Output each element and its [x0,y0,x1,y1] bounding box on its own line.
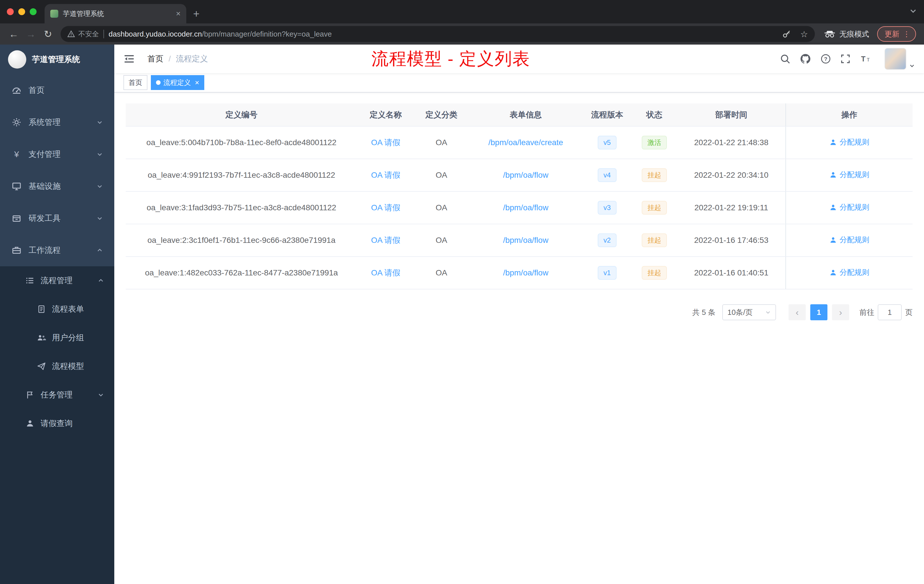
assign-rule-button[interactable]: 分配规则 [830,202,870,212]
next-page-button[interactable]: › [832,304,849,320]
sidebar-item-system-management[interactable]: 系统管理 [0,106,114,138]
bookmark-star-icon[interactable]: ☆ [800,29,808,39]
fullscreen-icon[interactable] [841,54,850,64]
definition-name-link[interactable]: OA 请假 [371,171,401,180]
font-size-icon[interactable]: TT [860,54,871,64]
hamburger-icon[interactable] [124,53,135,64]
dev-tools-icon [12,213,22,223]
form-info-link[interactable]: /bpm/oa/flow [503,171,549,180]
search-icon[interactable] [780,54,790,64]
definition-id: oa_leave:1:482ec033-762a-11ec-8477-a2380… [126,257,357,289]
page-title-annotation: 流程模型 - 定义列表 [371,48,530,71]
tag-home[interactable]: 首页 [124,75,147,90]
maximize-window-button[interactable] [30,8,36,15]
app-frame: 芋道管理系统 首页 系统管理 ¥ 支付管理 [0,45,924,584]
sidebar-item-task-management[interactable]: 任务管理 [0,381,114,409]
sidebar-item-leave-query[interactable]: 请假查询 [0,409,114,438]
yen-icon: ¥ [12,149,22,159]
minimize-window-button[interactable] [18,8,25,15]
tab-search-chevron-icon[interactable] [909,7,917,15]
tab-favicon [50,10,58,18]
assign-rule-button[interactable]: 分配规则 [830,170,870,180]
breadcrumb-home-link[interactable]: 首页 [147,53,163,64]
definition-category: OA [414,159,469,191]
table-header-row: 定义编号 定义名称 定义分类 表单信息 流程版本 状态 部署时间 操作 [126,104,912,126]
sidebar-top-section: 芋道管理系统 首页 系统管理 ¥ 支付管理 [0,45,114,266]
column-header: 表单信息 [469,104,583,126]
sidebar-item-process-management[interactable]: 流程管理 [0,266,114,295]
sidebar-item-home[interactable]: 首页 [0,74,114,106]
not-secure-badge[interactable]: 不安全 [68,30,99,39]
page-number-button[interactable]: 1 [810,304,827,320]
browser-tab[interactable]: 芋道管理系统 × [45,4,186,23]
version-badge: v4 [598,168,616,182]
form-info-link[interactable]: /bpm/oa/flow [503,203,549,212]
tag-close-icon[interactable]: × [194,79,199,86]
chevron-up-icon [98,277,104,284]
definition-name-link[interactable]: OA 请假 [371,203,401,212]
column-header: 定义分类 [414,104,469,126]
sidebar-item-process-models[interactable]: 流程模型 [0,352,114,381]
definition-category: OA [414,126,469,159]
column-header: 操作 [786,104,912,126]
browser-menu-dots-icon[interactable]: ⋮ [903,30,910,39]
chevron-up-icon [97,247,103,253]
prev-page-button[interactable]: ‹ [789,304,806,320]
gear-icon [12,117,22,127]
sidebar-item-infrastructure[interactable]: 基础设施 [0,170,114,202]
person-icon [830,171,837,178]
user-avatar-menu[interactable] [884,48,915,70]
tag-process-definition[interactable]: 流程定义 × [151,75,204,90]
definition-id: oa_leave:5:004b710b-7b8a-11ec-8ef0-acde4… [126,126,357,159]
sidebar-item-user-groups[interactable]: 用户分组 [0,323,114,352]
sidebar-item-payment-management[interactable]: ¥ 支付管理 [0,138,114,170]
page-content: 定义编号 定义名称 定义分类 表单信息 流程版本 状态 部署时间 操作 oa_l [114,92,924,584]
column-header: 部署时间 [677,104,786,126]
avatar[interactable] [884,48,906,70]
navbar-actions: ? TT [780,48,915,70]
definition-name-link[interactable]: OA 请假 [371,268,401,277]
deploy-time: 2022-01-16 01:40:51 [677,257,786,289]
form-info-link[interactable]: /bpm/oa/flow [503,236,549,244]
caret-down-icon [909,63,915,70]
app-logo-row[interactable]: 芋道管理系统 [0,45,114,74]
column-header: 定义编号 [126,104,357,126]
assign-rule-button[interactable]: 分配规则 [830,267,870,277]
definition-name-link[interactable]: OA 请假 [371,138,401,147]
form-info-link[interactable]: /bpm/oa/leave/create [488,138,563,147]
person-icon [830,236,837,244]
user-group-icon [36,334,46,341]
chevron-down-icon [97,215,103,221]
tab-close-icon[interactable]: × [176,10,181,18]
reload-icon[interactable]: ↻ [40,26,56,42]
status-badge: 挂起 [642,168,667,182]
url-omnibox[interactable]: 不安全 dashboard.yudao.iocoder.cn/bpm/manag… [61,26,815,42]
definition-name-link[interactable]: OA 请假 [371,236,401,244]
sidebar-item-process-forms[interactable]: 流程表单 [0,295,114,323]
close-window-button[interactable] [7,8,14,15]
new-tab-button[interactable]: + [186,8,200,23]
deploy-time: 2022-01-22 21:48:38 [677,126,786,159]
page-size-select[interactable]: 10条/页 [722,304,776,320]
github-icon[interactable] [800,53,811,64]
task-icon [25,391,35,399]
password-key-icon[interactable] [782,30,791,39]
address-bar: ← → ↻ 不安全 dashboard.yudao.iocoder.cn/bpm… [0,23,924,45]
version-badge: v1 [598,266,616,280]
column-header: 状态 [632,104,677,126]
sidebar-item-dev-tools[interactable]: 研发工具 [0,202,114,234]
forward-icon[interactable]: → [23,26,39,42]
definition-id: oa_leave:4:991f2193-7b7f-11ec-a3c8-acde4… [126,159,357,191]
help-icon[interactable]: ? [820,54,831,64]
table-row: oa_leave:2:3c1f0ef1-76b1-11ec-9c66-a2380… [126,224,912,257]
back-icon[interactable]: ← [6,26,22,42]
version-badge: v2 [598,233,616,247]
assign-rule-button[interactable]: 分配规则 [830,137,870,147]
goto-page-input[interactable] [878,304,902,320]
chrome-update-button[interactable]: 更新 ⋮ [877,26,916,42]
sidebar-item-workflow[interactable]: 工作流程 [0,234,114,266]
form-info-link[interactable]: /bpm/oa/flow [503,268,549,277]
app-logo-avatar [8,50,26,69]
svg-text:T: T [867,57,870,63]
assign-rule-button[interactable]: 分配规则 [830,235,870,245]
